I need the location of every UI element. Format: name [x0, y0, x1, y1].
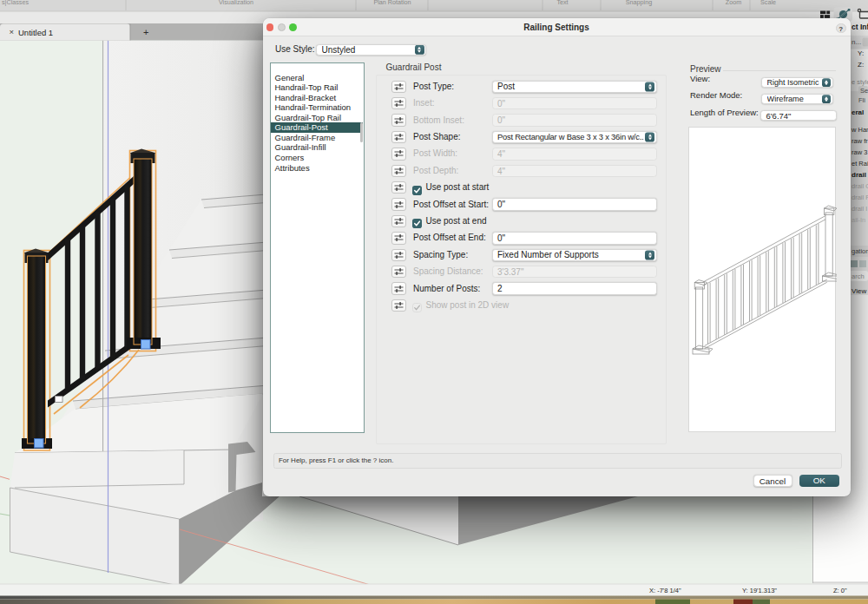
svg-text:eral: eral [852, 108, 864, 116]
svg-text:et Rai: et Rai [852, 160, 868, 167]
svg-text:Se: Se [860, 87, 868, 95]
svg-text:s|Classes: s|Classes [2, 0, 29, 6]
svg-text:Zoom: Zoom [726, 0, 741, 6]
svg-text:×: × [10, 27, 15, 36]
svg-text:drail G: drail G [852, 182, 868, 190]
svg-text:View f: View f [852, 287, 868, 295]
svg-text:gation: gation [852, 247, 868, 255]
svg-text:Y:: Y: [858, 49, 864, 57]
svg-text:ct Inf: ct Inf [852, 23, 868, 31]
svg-text:w Han: w Han [851, 126, 868, 134]
svg-text:Visualization: Visualization [219, 0, 253, 6]
svg-text:raw 3: raw 3 [852, 148, 867, 156]
svg-text:Scale: Scale [760, 0, 776, 6]
svg-text:Z: 0": Z: 0" [833, 587, 847, 594]
svg-text:drail I: drail I [852, 205, 867, 213]
svg-text:Snapping: Snapping [626, 0, 652, 6]
svg-text:Z:: Z: [858, 61, 864, 69]
svg-text:Fli: Fli [858, 96, 865, 104]
svg-text:Plan Rotation: Plan Rotation [373, 0, 411, 6]
svg-text:drail: drail [852, 171, 866, 179]
svg-text:arch: arch [852, 272, 865, 280]
svg-text:+: + [143, 27, 148, 37]
svg-text:X: -7'8 1/4": X: -7'8 1/4" [649, 587, 681, 594]
svg-text:raw fr: raw fr [852, 137, 868, 145]
svg-text:ail-In: ail-In [852, 216, 865, 224]
svg-text:Untitled 1: Untitled 1 [18, 28, 53, 37]
svg-text:drail F: drail F [852, 194, 868, 201]
svg-text:e style: e style [852, 78, 868, 86]
svg-text:n...: n... [852, 38, 861, 46]
svg-text:Y: 19'1.313": Y: 19'1.313" [742, 587, 777, 594]
svg-text:Text: Text [556, 0, 568, 6]
